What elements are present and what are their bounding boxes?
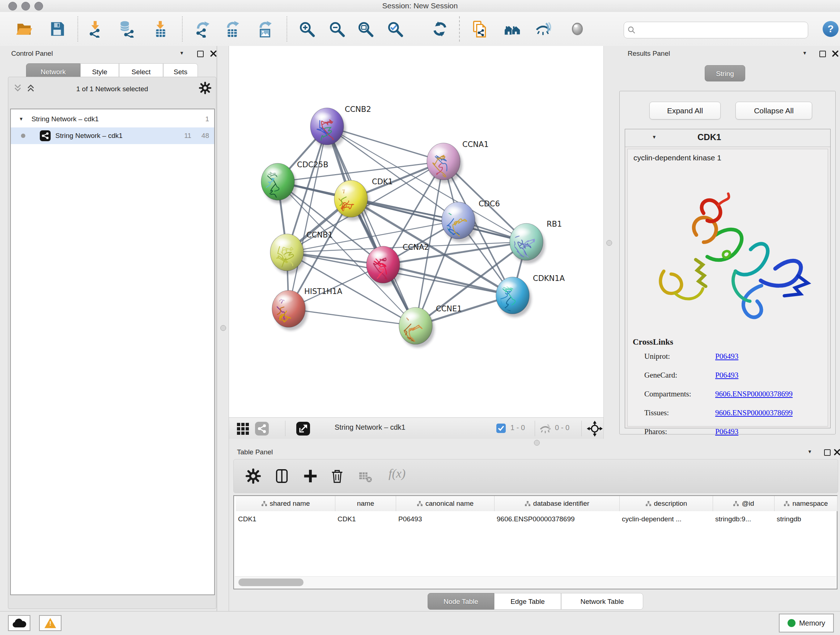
table-cell[interactable]: stringdb:9... (713, 511, 775, 527)
help-button[interactable]: ? (823, 21, 838, 37)
splitter-handle[interactable] (606, 240, 612, 246)
show-columns-icon[interactable] (274, 468, 290, 484)
column-header-database-identifier[interactable]: database identifier (494, 496, 620, 511)
node-label-HIST1H1A: HIST1H1A (304, 287, 343, 296)
fit-selected-crosshair-icon[interactable] (587, 421, 603, 437)
panel-menu-caret-icon[interactable]: ▼ (802, 50, 807, 56)
memory-button[interactable]: Memory (779, 614, 834, 632)
close-panel-icon[interactable] (834, 449, 840, 455)
crosslink-row: Pharos:P06493 (644, 427, 667, 436)
float-panel-icon[interactable] (824, 449, 831, 456)
network-row[interactable]: String Network – cdk1 11 48 (11, 127, 214, 144)
table-cell[interactable]: CDK1 (236, 511, 335, 527)
float-panel-icon[interactable] (197, 51, 204, 57)
crosslink-link[interactable]: 9606.ENSP00000378699 (715, 390, 793, 399)
protein-result-card: ▼ CDK1 cyclin-dependent kinase 1 (625, 129, 831, 428)
hide-panel-eye-icon[interactable] (535, 20, 552, 38)
toolbar-separator (535, 421, 535, 436)
results-panel: Results Panel ▼ String Expand All Collap… (614, 46, 840, 446)
toolbar-separator (581, 421, 582, 436)
export-image-icon[interactable] (256, 20, 273, 38)
open-session-icon[interactable] (16, 20, 33, 38)
export-network-icon[interactable] (194, 20, 211, 38)
tab-network-table[interactable]: Network Table (561, 593, 643, 610)
search-field[interactable] (624, 22, 808, 38)
column-header-shared-name[interactable]: shared name (236, 496, 335, 511)
node-label-CCNB2: CCNB2 (345, 105, 371, 114)
zoom-fit-icon[interactable] (357, 20, 374, 38)
panel-menu-caret-icon[interactable]: ▼ (807, 449, 812, 455)
node-label-CCNA2: CCNA2 (403, 243, 429, 252)
grid-view-icon[interactable] (235, 421, 250, 436)
network-collection-row[interactable]: ▼ String Network – cdk1 1 (11, 111, 214, 127)
tree-expand-icon[interactable]: ▼ (19, 116, 24, 122)
protein-card-header[interactable]: ▼ CDK1 (625, 129, 830, 147)
crosslink-label: Uniprot: (644, 352, 670, 361)
import-network-from-database-icon[interactable] (118, 20, 135, 38)
zoom-in-icon[interactable] (298, 20, 316, 38)
splitter-handle[interactable] (220, 325, 226, 331)
tab-edge-table[interactable]: Edge Table (494, 593, 561, 610)
network-canvas[interactable]: CCNB2CCNA1CDC25BCDK1CDC6RB1CCNB1CCNA2CDK… (229, 46, 603, 417)
warning-button[interactable]: ! (39, 615, 62, 631)
tab-node-table[interactable]: Node Table (428, 593, 494, 610)
table-cell[interactable]: P06493 (396, 511, 494, 527)
detach-view-icon[interactable] (296, 421, 310, 436)
vertical-splitter[interactable] (603, 46, 614, 439)
copy-network-icon[interactable] (471, 20, 488, 38)
attribute-tree-icon (417, 501, 423, 507)
close-panel-icon[interactable] (832, 50, 838, 57)
protein-card-body: cyclin-dependent kinase 1 (627, 149, 828, 426)
save-session-icon[interactable] (49, 20, 66, 38)
float-panel-icon[interactable] (819, 51, 826, 57)
table-cell[interactable]: CDK1 (335, 511, 396, 527)
collapse-all-button[interactable]: Collapse All (736, 102, 812, 119)
column-header-canonical-name[interactable]: canonical name (396, 496, 494, 511)
table-cell[interactable]: stringdb (775, 511, 837, 527)
node-count: 11 (184, 132, 191, 140)
refresh-icon[interactable] (431, 20, 448, 38)
zoom-selected-icon[interactable] (386, 20, 404, 38)
search-input[interactable] (639, 23, 808, 37)
gear-icon[interactable] (245, 468, 261, 484)
column-header-namespace[interactable]: namespace (775, 496, 837, 511)
export-table-icon[interactable] (224, 20, 241, 38)
network-edge[interactable] (289, 126, 327, 309)
table-cell[interactable]: cyclin-dependent ... (620, 511, 713, 527)
close-panel-icon[interactable] (210, 50, 217, 57)
network-view-mode-icon[interactable] (255, 421, 269, 436)
tab-string[interactable]: String (705, 65, 745, 81)
add-column-icon[interactable] (302, 468, 318, 484)
crosslink-link[interactable]: P06493 (715, 427, 738, 436)
import-network-icon[interactable] (87, 20, 104, 38)
network-edge[interactable] (327, 126, 416, 326)
collapse-card-icon[interactable]: ▼ (652, 134, 657, 140)
gear-icon[interactable] (199, 81, 212, 95)
memory-label: Memory (799, 619, 825, 627)
table-cell[interactable]: 9606.ENSP00000378699 (494, 511, 620, 527)
column-header-name[interactable]: name (335, 496, 396, 511)
zoom-out-icon[interactable] (328, 20, 346, 38)
crosslinks-title: CrossLinks (633, 337, 673, 347)
vertical-splitter[interactable] (217, 46, 229, 611)
show-panel-eye-icon[interactable] (569, 20, 586, 38)
table-tabs: Node TableEdge TableNetwork Table (428, 593, 643, 610)
warning-icon: ! (44, 618, 57, 629)
selected-checkbox-icon[interactable] (496, 424, 506, 433)
horizontal-scrollbar[interactable] (235, 576, 836, 588)
crosslink-link[interactable]: 9606.ENSP00000378699 (715, 409, 793, 417)
delete-column-icon[interactable] (329, 468, 345, 484)
home-networks-icon[interactable] (504, 20, 521, 38)
scrollbar-thumb[interactable] (238, 578, 303, 586)
table-toolbar: f(x) (233, 459, 838, 493)
network-edge[interactable] (289, 309, 416, 326)
import-table-icon[interactable] (152, 20, 169, 38)
column-header-description[interactable]: description (620, 496, 713, 511)
expand-all-button[interactable]: Expand All (649, 102, 721, 119)
splitter-handle[interactable] (534, 440, 540, 446)
crosslink-link[interactable]: P06493 (715, 371, 738, 380)
crosslink-link[interactable]: P06493 (715, 352, 738, 361)
column-header--id[interactable]: @id (713, 496, 775, 511)
cloud-button[interactable] (8, 615, 30, 631)
panel-menu-caret-icon[interactable]: ▼ (180, 50, 184, 56)
